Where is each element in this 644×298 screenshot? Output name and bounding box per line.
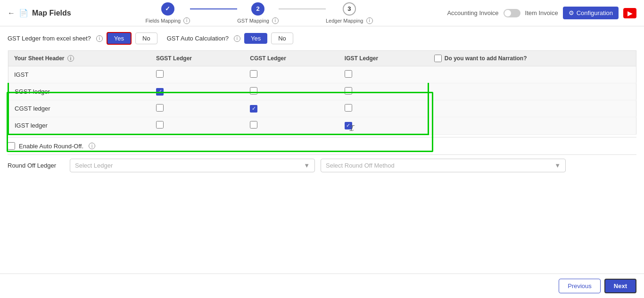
sheet-header-info-icon[interactable]: i <box>67 55 74 62</box>
bottom-navigation: Previous Next <box>0 274 644 298</box>
gst-from-excel-no-button[interactable]: No <box>135 32 157 44</box>
igst-ledger-igst-cb: ✓ 𝓘 <box>339 117 429 135</box>
gst-auto-calc-yes-button[interactable]: Yes <box>244 33 267 44</box>
step-1: ✓ Fields Mapping i <box>146 2 190 24</box>
gst-auto-calc-info-icon[interactable]: i <box>234 35 240 42</box>
select-method-dropdown[interactable]: Select Round Off Method ▼ <box>321 159 566 172</box>
col-sgst-ledger: SGST Ledger <box>150 51 244 66</box>
step-3: 3 Ledger Mapping i <box>326 2 373 24</box>
previous-button[interactable]: Previous <box>559 279 601 293</box>
next-button[interactable]: Next <box>604 279 636 293</box>
igst-row-sgst-cb <box>150 66 244 83</box>
step-line-2 <box>279 8 326 9</box>
sgst-ledger-igst-checkbox[interactable] <box>345 87 352 95</box>
step-1-label: Fields Mapping i <box>146 17 190 24</box>
select-method-arrow-icon: ▼ <box>554 162 561 169</box>
header-right: Accounting Invoice Item Invoice ⚙ Config… <box>447 7 636 19</box>
auto-roundoff-checkbox[interactable] <box>8 142 15 150</box>
auto-roundoff-row: Enable Auto Round-Off. i <box>8 137 636 154</box>
stepper: ✓ Fields Mapping i 2 GST Mapping i 3 Led… <box>77 2 442 24</box>
igst-row-igst-cb <box>339 66 429 83</box>
igst-row-cgst-cb <box>244 66 339 83</box>
igst-ledger-cgst-checkbox[interactable] <box>250 121 257 129</box>
step-2-circle: 2 <box>251 2 264 16</box>
step-3-circle: 3 <box>343 2 356 16</box>
content-area: GST Ledger from excel sheet? i Yes No GS… <box>0 26 644 182</box>
igst-row-label: IGST <box>8 66 151 83</box>
igst-sgst-checkbox[interactable] <box>156 70 164 78</box>
cgst-ledger-sgst-checkbox[interactable] <box>156 104 164 112</box>
step-1-circle: ✓ <box>161 2 174 16</box>
igst-ledger-igst-checkbox-checked[interactable]: ✓ 𝓘 <box>345 122 352 129</box>
cgst-ledger-sgst-cb <box>150 100 244 117</box>
table-row-cgst-ledger: CGST ledger ✓ <box>8 100 636 117</box>
header: ← 📄 Map Fields ✓ Fields Mapping i 2 GST … <box>0 0 644 26</box>
col-narration: Do you want to add Narration? <box>429 51 636 66</box>
table-row-sgst-ledger: SGST ledger ✓ <box>8 83 636 100</box>
col-sheet-header: Your Sheet Header i <box>8 51 151 66</box>
roundoff-ledger-row: Round Off Ledger Select Ledger ▼ Select … <box>8 154 636 176</box>
sgst-ledger-sgst-checkbox-checked[interactable]: ✓ <box>156 88 164 96</box>
step-2-info-icon[interactable]: i <box>272 17 279 24</box>
step-3-info-icon[interactable]: i <box>366 17 373 24</box>
igst-row-empty <box>429 66 636 83</box>
roundoff-ledger-label: Round Off Ledger <box>8 162 64 169</box>
igst-cgst-checkbox[interactable] <box>250 70 257 78</box>
cgst-ledger-cgst-checkbox-checked[interactable]: ✓ <box>250 105 257 113</box>
col-igst-ledger: IGST Ledger <box>339 51 429 66</box>
page-title: Map Fields <box>32 9 71 17</box>
cgst-ledger-igst-cb <box>339 100 429 117</box>
accounting-invoice-toggle[interactable] <box>504 9 520 17</box>
select-ledger-placeholder: Select Ledger <box>75 162 113 169</box>
narration-checkbox[interactable] <box>434 55 442 62</box>
back-icon[interactable]: ← <box>8 9 15 17</box>
select-ledger-dropdown[interactable]: Select Ledger ▼ <box>70 159 315 172</box>
cgst-ledger-label: CGST ledger <box>8 100 151 117</box>
step-2: 2 GST Mapping i <box>237 2 279 24</box>
select-method-placeholder: Select Round Off Method <box>326 162 395 169</box>
cgst-ledger-igst-checkbox[interactable] <box>345 104 352 112</box>
cgst-ledger-cgst-cb: ✓ <box>244 100 339 117</box>
header-left: ← 📄 Map Fields <box>8 8 71 17</box>
igst-ledger-empty <box>429 117 636 135</box>
sgst-ledger-cgst-cb <box>244 83 339 100</box>
sgst-ledger-empty <box>429 83 636 100</box>
sgst-ledger-sgst-cb: ✓ <box>150 83 244 100</box>
sgst-ledger-label: SGST ledger <box>8 83 151 100</box>
step-2-label: GST Mapping i <box>237 17 279 24</box>
gst-options-row: GST Ledger from excel sheet? i Yes No GS… <box>8 32 636 45</box>
step-3-label: Ledger Mapping i <box>326 17 373 24</box>
step-1-info-icon[interactable]: i <box>183 17 190 24</box>
select-ledger-arrow-icon: ▼ <box>304 162 310 169</box>
igst-igst-checkbox[interactable] <box>345 70 352 78</box>
table-header-row: Your Sheet Header i SGST Ledger CGST Led… <box>8 51 636 66</box>
sgst-ledger-cgst-checkbox[interactable] <box>250 87 257 95</box>
cgst-ledger-empty <box>429 100 636 117</box>
mapping-table: Your Sheet Header i SGST Ledger CGST Led… <box>8 50 636 135</box>
configuration-button[interactable]: ⚙ Configuration <box>563 7 619 19</box>
igst-ledger-sgst-checkbox[interactable] <box>156 121 164 129</box>
gst-auto-calc-no-button[interactable]: No <box>271 32 293 44</box>
gst-from-excel-yes-button[interactable]: Yes <box>107 32 132 45</box>
auto-roundoff-label: Enable Auto Round-Off. <box>19 143 83 150</box>
gst-from-excel-label: GST Ledger from excel sheet? <box>8 35 91 42</box>
youtube-button[interactable]: ▶ <box>623 8 636 18</box>
gst-auto-calc-label: GST Auto Calculation? <box>167 35 229 42</box>
col-cgst-ledger: CGST Ledger <box>244 51 339 66</box>
auto-roundoff-info-icon[interactable]: i <box>89 143 95 149</box>
table-row-igst-ledger: IGST ledger ✓ 𝓘 <box>8 117 636 135</box>
igst-ledger-label: IGST ledger <box>8 117 151 135</box>
table-row-igst: IGST <box>8 66 636 83</box>
step-line-1 <box>190 8 237 9</box>
config-icon: ⚙ <box>569 9 574 16</box>
item-invoice-label: Item Invoice <box>525 9 558 16</box>
igst-ledger-sgst-cb <box>150 117 244 135</box>
accounting-invoice-label: Accounting Invoice <box>447 9 498 16</box>
gst-from-excel-info-icon[interactable]: i <box>96 35 103 42</box>
sgst-ledger-igst-cb <box>339 83 429 100</box>
doc-icon: 📄 <box>19 8 28 17</box>
igst-ledger-cgst-cb <box>244 117 339 135</box>
